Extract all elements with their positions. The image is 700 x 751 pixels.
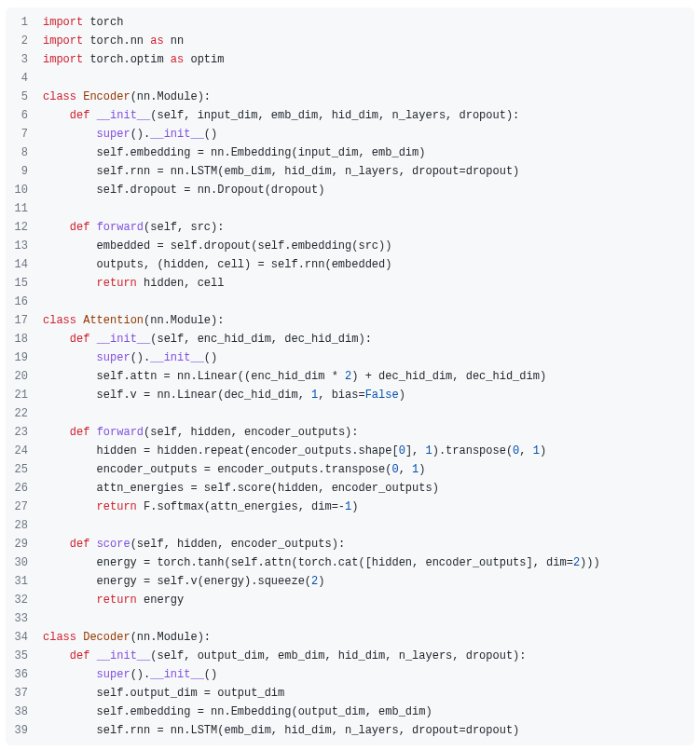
code-line: 37 self.output_dim = output_dim	[6, 684, 694, 703]
code-content[interactable]: return F.softmax(attn_energies, dim=-1)	[43, 498, 694, 516]
code-line: 36 super().__init__()	[6, 665, 694, 684]
line-number: 36	[6, 665, 43, 684]
line-number: 11	[6, 199, 43, 218]
code-content[interactable]: def score(self, hidden, encoder_outputs)…	[43, 535, 694, 553]
line-number: 20	[6, 367, 43, 386]
line-number: 38	[6, 703, 43, 721]
code-content[interactable]: self.rnn = nn.LSTM(emb_dim, hid_dim, n_l…	[43, 721, 694, 740]
code-content[interactable]: def __init__(self, enc_hid_dim, dec_hid_…	[43, 330, 694, 348]
line-number: 3	[6, 50, 43, 69]
line-number: 30	[6, 553, 43, 572]
line-number: 35	[6, 647, 43, 665]
code-line: 39 self.rnn = nn.LSTM(emb_dim, hid_dim, …	[6, 721, 694, 740]
code-line: 22	[6, 404, 694, 423]
line-number: 37	[6, 684, 43, 703]
line-number: 21	[6, 386, 43, 404]
line-number: 28	[6, 516, 43, 535]
line-number: 2	[6, 32, 43, 50]
code-content[interactable]: def forward(self, hidden, encoder_output…	[43, 423, 694, 442]
code-line: 2import torch.nn as nn	[6, 32, 694, 50]
code-content[interactable]	[43, 199, 694, 218]
line-number: 10	[6, 181, 43, 199]
line-number: 12	[6, 218, 43, 237]
line-number: 22	[6, 404, 43, 423]
code-line: 29 def score(self, hidden, encoder_outpu…	[6, 535, 694, 553]
code-content[interactable]	[43, 404, 694, 423]
code-content[interactable]: class Decoder(nn.Module):	[43, 628, 694, 647]
code-line: 7 super().__init__()	[6, 125, 694, 143]
code-content[interactable]: return energy	[43, 591, 694, 609]
code-content[interactable]: outputs, (hidden, cell) = self.rnn(embed…	[43, 255, 694, 274]
code-line: 6 def __init__(self, input_dim, emb_dim,…	[6, 106, 694, 125]
code-content[interactable]: energy = self.v(energy).squeeze(2)	[43, 572, 694, 591]
line-number: 31	[6, 572, 43, 591]
code-content[interactable]: self.rnn = nn.LSTM(emb_dim, hid_dim, n_l…	[43, 162, 694, 181]
line-number: 8	[6, 143, 43, 162]
code-line: 30 energy = torch.tanh(self.attn(torch.c…	[6, 553, 694, 572]
code-line: 12 def forward(self, src):	[6, 218, 694, 237]
code-content[interactable]: self.v = nn.Linear(dec_hid_dim, 1, bias=…	[43, 386, 694, 404]
line-number: 16	[6, 293, 43, 311]
code-line: 9 self.rnn = nn.LSTM(emb_dim, hid_dim, n…	[6, 162, 694, 181]
code-line: 19 super().__init__()	[6, 348, 694, 367]
code-content[interactable]: hidden = hidden.repeat(encoder_outputs.s…	[43, 442, 694, 460]
code-content[interactable]: import torch.optim as optim	[43, 50, 694, 69]
code-line: 24 hidden = hidden.repeat(encoder_output…	[6, 442, 694, 460]
code-line: 31 energy = self.v(energy).squeeze(2)	[6, 572, 694, 591]
code-line: 23 def forward(self, hidden, encoder_out…	[6, 423, 694, 442]
code-line: 11	[6, 199, 694, 218]
code-content[interactable]: class Attention(nn.Module):	[43, 311, 694, 330]
code-content[interactable]: super().__init__()	[43, 125, 694, 143]
line-number: 17	[6, 311, 43, 330]
line-number: 14	[6, 255, 43, 274]
code-line: 5class Encoder(nn.Module):	[6, 88, 694, 106]
code-content[interactable]	[43, 69, 694, 88]
code-line: 1import torch	[6, 13, 694, 32]
line-number: 15	[6, 274, 43, 293]
code-line: 33	[6, 609, 694, 628]
line-number: 29	[6, 535, 43, 553]
code-content[interactable]: def __init__(self, output_dim, emb_dim, …	[43, 647, 694, 665]
line-number: 5	[6, 88, 43, 106]
code-line: 34class Decoder(nn.Module):	[6, 628, 694, 647]
line-number: 7	[6, 125, 43, 143]
code-line: 25 encoder_outputs = encoder_outputs.tra…	[6, 460, 694, 479]
code-line: 8 self.embedding = nn.Embedding(input_di…	[6, 143, 694, 162]
code-line: 3import torch.optim as optim	[6, 50, 694, 69]
code-line: 13 embedded = self.dropout(self.embeddin…	[6, 237, 694, 255]
code-content[interactable]: self.output_dim = output_dim	[43, 684, 694, 703]
line-number: 4	[6, 69, 43, 88]
code-content[interactable]: attn_energies = self.score(hidden, encod…	[43, 479, 694, 498]
code-line: 18 def __init__(self, enc_hid_dim, dec_h…	[6, 330, 694, 348]
line-number: 27	[6, 498, 43, 516]
code-content[interactable]: import torch.nn as nn	[43, 32, 694, 50]
code-content[interactable]: encoder_outputs = encoder_outputs.transp…	[43, 460, 694, 479]
code-content[interactable]	[43, 293, 694, 311]
code-line: 20 self.attn = nn.Linear((enc_hid_dim * …	[6, 367, 694, 386]
code-content[interactable]: self.attn = nn.Linear((enc_hid_dim * 2) …	[43, 367, 694, 386]
code-content[interactable]: self.embedding = nn.Embedding(output_dim…	[43, 703, 694, 721]
code-line: 15 return hidden, cell	[6, 274, 694, 293]
line-number: 1	[6, 13, 43, 32]
line-number: 39	[6, 721, 43, 740]
code-content[interactable]: return hidden, cell	[43, 274, 694, 293]
code-line: 28	[6, 516, 694, 535]
code-content[interactable]: energy = torch.tanh(self.attn(torch.cat(…	[43, 553, 694, 572]
code-content[interactable]: super().__init__()	[43, 665, 694, 684]
code-line: 32 return energy	[6, 591, 694, 609]
code-content[interactable]: super().__init__()	[43, 348, 694, 367]
code-content[interactable]	[43, 609, 694, 628]
line-number: 19	[6, 348, 43, 367]
code-content[interactable]: self.dropout = nn.Dropout(dropout)	[43, 181, 694, 199]
code-content[interactable]: def __init__(self, input_dim, emb_dim, h…	[43, 106, 694, 125]
code-content[interactable]: self.embedding = nn.Embedding(input_dim,…	[43, 143, 694, 162]
code-content[interactable]: import torch	[43, 13, 694, 32]
code-line: 38 self.embedding = nn.Embedding(output_…	[6, 703, 694, 721]
code-line: 35 def __init__(self, output_dim, emb_di…	[6, 647, 694, 665]
code-content[interactable]: def forward(self, src):	[43, 218, 694, 237]
code-content[interactable]	[43, 516, 694, 535]
code-content[interactable]: embedded = self.dropout(self.embedding(s…	[43, 237, 694, 255]
line-number: 32	[6, 591, 43, 609]
line-number: 25	[6, 460, 43, 479]
code-content[interactable]: class Encoder(nn.Module):	[43, 88, 694, 106]
